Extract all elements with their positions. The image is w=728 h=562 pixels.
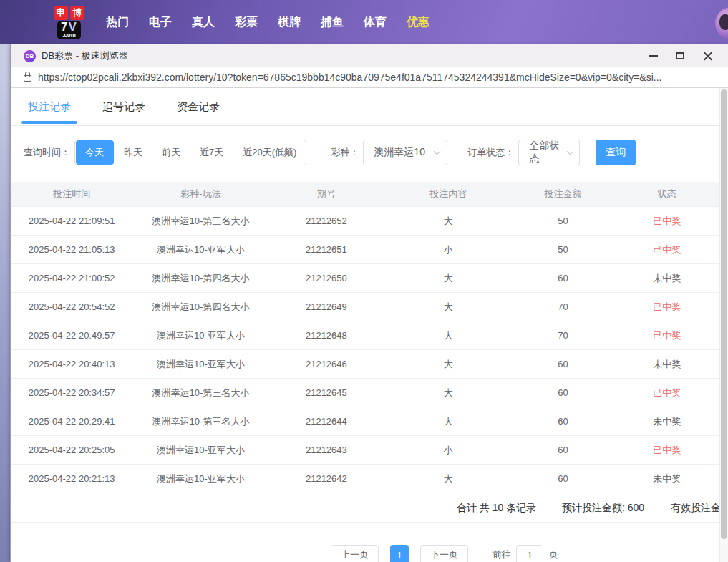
cell-play-type: 澳洲幸运10-第三名大小 (132, 415, 268, 428)
cell-bet-amount: 50 (513, 215, 613, 226)
time-option-today[interactable]: 今天 (76, 140, 114, 165)
table-row: 2025-04-22 20:29:41 澳洲幸运10-第三名大小 2121264… (11, 407, 728, 436)
cell-bet-content: 大 (384, 301, 513, 314)
cell-bet-amount: 50 (513, 244, 613, 255)
cell-period: 21212649 (269, 301, 384, 312)
tab-fund-records[interactable]: 资金记录 (177, 88, 220, 125)
nav-item-electronic[interactable]: 电子 (139, 15, 182, 30)
cell-bet-amount: 70 (513, 330, 613, 341)
search-button[interactable]: 查询 (596, 140, 636, 165)
pagination: 上一页 1 下一页 前往 页 (331, 545, 558, 562)
cell-bet-time: 2025-04-22 20:34:57 (11, 387, 132, 398)
lottery-select[interactable]: 澳洲幸运10 (363, 140, 447, 165)
nav-item-hot[interactable]: 热门 (96, 15, 139, 30)
status-filter-label: 订单状态： (467, 146, 514, 159)
cell-bet-time: 2025-04-22 20:40:13 (11, 359, 132, 369)
goto-page-label: 前往 (492, 548, 511, 561)
time-option-7days[interactable]: 近7天 (190, 140, 233, 165)
time-option-yesterday[interactable]: 昨天 (115, 140, 152, 165)
chevron-down-icon (434, 147, 441, 155)
page-number-1[interactable]: 1 (390, 545, 409, 562)
cell-period: 21212645 (269, 387, 384, 398)
col-header-amount: 投注金额 (513, 188, 613, 200)
url-bar[interactable]: https://ctop02pcali.2kbxi392.com/lottery… (11, 67, 728, 88)
page-content: 投注记录 追号记录 资金记录 查询时间： 今天 昨天 前天 近7天 近20天(低… (11, 88, 728, 562)
cell-play-type: 澳洲幸运10-亚军大小 (132, 358, 268, 371)
nav-item-lottery[interactable]: 彩票 (225, 15, 268, 30)
summary-total: 合计 共 10 条记录 (457, 493, 536, 523)
cell-play-type: 澳洲幸运10-亚军大小 (132, 444, 268, 457)
order-status-select[interactable]: 全部状态 (518, 140, 580, 165)
cell-status: 已中奖 (613, 329, 721, 342)
goto-page-input[interactable] (516, 545, 543, 562)
nav-item-sports[interactable]: 体育 (354, 15, 397, 30)
cell-bet-amount: 60 (513, 359, 613, 369)
col-header-period: 期号 (269, 188, 384, 200)
nav-item-fishing[interactable]: 捕鱼 (311, 15, 354, 30)
user-avatar[interactable] (715, 7, 728, 40)
window-titlebar[interactable]: DB DB彩票 - 极速浏览器 (11, 44, 728, 67)
col-header-status: 状态 (613, 188, 721, 200)
cell-bet-content: 大 (384, 415, 513, 428)
vertical-scrollbar[interactable] (719, 88, 728, 562)
cell-bet-content: 大 (384, 358, 513, 371)
cell-bet-content: 大 (384, 215, 513, 228)
status-select-value: 全部状态 (529, 140, 567, 165)
cell-bet-amount: 70 (513, 301, 613, 312)
cell-play-type: 澳洲幸运10-第三名大小 (132, 387, 268, 399)
summary-expected-amount: 预计投注金额: 600 (562, 493, 644, 523)
logo-badge-right: 博 (70, 6, 84, 20)
cell-bet-amount: 60 (513, 387, 613, 398)
nav-item-promo[interactable]: 优惠 (397, 15, 440, 30)
table-header-row: 投注时间 彩种-玩法 期号 投注内容 投注金额 状态 (11, 182, 728, 207)
cell-play-type: 澳洲幸运10-亚军大小 (132, 243, 268, 256)
record-tabs: 投注记录 追号记录 资金记录 (11, 88, 728, 126)
nav-item-live[interactable]: 真人 (182, 15, 225, 30)
cell-play-type: 澳洲幸运10-第三名大小 (132, 215, 268, 228)
cell-bet-content: 小 (384, 444, 513, 457)
table-row: 2025-04-22 21:09:51 澳洲幸运10-第三名大小 2121265… (11, 207, 728, 236)
cell-bet-content: 大 (384, 473, 513, 485)
close-icon (703, 52, 712, 61)
scrollbar-thumb[interactable] (721, 89, 727, 539)
logo-suffix: .com (62, 32, 76, 38)
col-header-content: 投注内容 (384, 188, 513, 200)
logo-badge-left: 申 (54, 6, 68, 20)
nav-item-chess[interactable]: 棋牌 (268, 15, 311, 30)
cell-period: 21212646 (269, 359, 384, 369)
maximize-button[interactable] (666, 47, 694, 65)
cell-bet-time: 2025-04-22 20:21:13 (11, 473, 132, 484)
cell-bet-amount: 60 (513, 445, 613, 455)
lottery-select-value: 澳洲幸运10 (374, 146, 425, 159)
cell-period: 21212644 (269, 416, 384, 427)
minimize-button[interactable] (639, 47, 666, 65)
table-body: 2025-04-22 21:09:51 澳洲幸运10-第三名大小 2121265… (11, 207, 728, 493)
cell-period: 21212648 (269, 330, 384, 341)
cell-bet-time: 2025-04-22 20:49:57 (11, 330, 132, 341)
tab-bet-records[interactable]: 投注记录 (28, 88, 71, 125)
time-option-daybefore[interactable]: 前天 (152, 140, 190, 165)
cell-bet-content: 大 (384, 387, 513, 399)
tab-chase-records[interactable]: 追号记录 (102, 88, 145, 125)
close-button[interactable] (694, 47, 721, 65)
nav-menu: 热门 电子 真人 彩票 棋牌 捕鱼 体育 优惠 (96, 15, 440, 30)
logo-main: 7V (61, 21, 77, 33)
prev-page-button[interactable]: 上一页 (331, 545, 379, 562)
url-text: https://ctop02pcali.2kbxi392.com/lottery… (38, 72, 662, 83)
cell-bet-amount: 60 (513, 273, 613, 284)
site-logo[interactable]: 申 博 7V .com (54, 6, 84, 39)
cell-period: 21212650 (269, 273, 384, 284)
cell-status: 已中奖 (613, 301, 721, 314)
cell-period: 21212643 (269, 445, 384, 455)
lottery-filter-label: 彩种： (331, 146, 359, 159)
cell-period: 21212652 (269, 215, 384, 226)
time-option-20days[interactable]: 近20天(低频) (233, 140, 306, 165)
cell-bet-amount: 60 (513, 473, 613, 484)
cell-bet-time: 2025-04-22 21:05:13 (11, 244, 132, 255)
col-header-time: 投注时间 (11, 188, 132, 200)
cell-status: 未中奖 (613, 415, 721, 428)
cell-play-type: 澳洲幸运10-第四名大小 (132, 272, 268, 285)
table-row: 2025-04-22 21:00:52 澳洲幸运10-第四名大小 2121265… (11, 264, 728, 293)
time-filter-group: 今天 昨天 前天 近7天 近20天(低频) (74, 140, 306, 165)
next-page-button[interactable]: 下一页 (420, 545, 468, 562)
